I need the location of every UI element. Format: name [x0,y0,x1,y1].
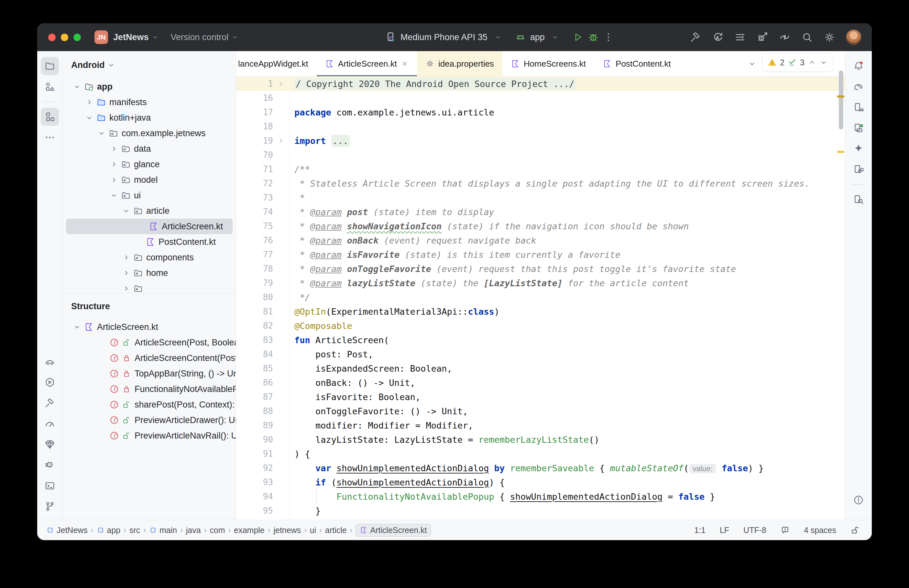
code-line-79[interactable]: 79 * @param lazyListState (state) the [L… [236,276,845,290]
breadcrumb-item-main[interactable]: main [149,526,177,535]
chevron-right-icon[interactable] [120,269,132,277]
filters-button[interactable] [734,31,746,43]
code-line-70[interactable]: 70 [236,148,845,162]
line-number[interactable]: 78 [236,264,273,274]
chevron-down-icon[interactable] [84,113,95,122]
tab-articlescreen-kt[interactable]: ArticleScreen.kt [317,51,417,76]
problems-icon[interactable] [849,491,868,509]
code-line-92[interactable]: 92 var showUnimplementedActionDialog by … [236,461,845,475]
code-line-74[interactable]: 74 * @param post (state) item to display [236,205,845,219]
chevron-right-icon[interactable] [108,145,120,153]
code-line-89[interactable]: 89 modifier: Modifier = Modifier, [236,418,845,433]
line-number[interactable]: 82 [236,321,273,331]
line-number[interactable]: 72 [236,179,273,188]
code-line-18[interactable]: 18 [236,120,845,134]
settings-button[interactable] [823,31,835,43]
tab-postcontent-kt[interactable]: PostContent.kt [594,51,679,76]
code-line-80[interactable]: 80 */ [236,290,845,304]
project-icon[interactable] [41,57,59,75]
breadcrumb-item-com[interactable]: com [210,526,225,535]
line-number[interactable]: 88 [236,406,273,416]
debug-button[interactable] [588,31,599,43]
structure-item[interactable]: fPreviewArticleDrawer(): Unit [63,412,236,428]
tree-item-glance[interactable]: glance [63,157,236,172]
sync-button[interactable] [712,31,723,43]
line-number[interactable]: 83 [236,335,273,345]
chevron-right-icon[interactable] [120,253,132,262]
breadcrumb-item-jetnews[interactable]: jetnews [273,526,301,535]
line-number[interactable]: 95 [236,506,273,515]
editor-scrollbar[interactable] [839,71,843,129]
zoom-window-button[interactable] [73,34,81,41]
tree-item-postcontent.kt[interactable]: PostContent.kt [63,234,236,250]
chevron-right-icon[interactable] [120,284,132,293]
tree-item-model[interactable]: model [63,172,236,187]
line-number[interactable]: 94 [236,492,273,501]
tree-item-com.example.jetnews[interactable]: com.example.jetnews [63,126,236,141]
code-line-71[interactable]: 71/** [236,162,845,176]
code-line-81[interactable]: 81@OptIn(ExperimentalMaterial3Api::class… [236,304,845,318]
line-number[interactable]: 71 [236,164,273,174]
line-number[interactable]: 85 [236,363,273,373]
code-line-73[interactable]: 73 * [236,191,845,205]
code-line-75[interactable]: 75 * @param showNavigationIcon (state) i… [236,219,845,233]
passed-count[interactable]: 3 [800,58,804,67]
breadcrumb-item-example[interactable]: example [234,526,265,535]
resource-manager-icon[interactable] [41,78,59,96]
code-line-91[interactable]: 91) { [236,447,845,461]
chevron-down-icon[interactable] [71,323,83,331]
gemini-icon[interactable] [849,140,868,158]
scrollbar-warning-mark[interactable] [837,95,844,98]
code-line-90[interactable]: 90 lazyListState: LazyListState = rememb… [236,433,845,447]
line-separator[interactable]: LF [720,526,729,535]
structure-item[interactable]: fArticleScreen(Post, Boolean, [63,335,236,350]
more-run-actions-button[interactable] [603,32,614,43]
tree-item-articlescreen.kt[interactable]: ArticleScreen.kt [66,219,232,234]
structure-item[interactable]: fPreviewArticleNavRail(): Unit [63,428,236,443]
breadcrumb-item-article[interactable]: article [325,526,347,535]
line-number[interactable]: 92 [236,463,273,473]
line-number[interactable]: 19 [236,136,273,145]
chevron-right-icon[interactable] [84,98,95,107]
code-line-95[interactable]: 95 } [236,504,845,518]
structure-header[interactable]: Structure [63,293,236,319]
device-manager-icon[interactable] [849,99,868,116]
tree-item-app[interactable]: app [63,79,236,94]
chevron-right-icon[interactable] [108,160,120,168]
line-number[interactable]: 90 [236,435,273,444]
tree-item-kotlin+java[interactable]: kotlin+java [63,110,236,126]
version-control-icon[interactable] [41,498,59,515]
structure-item[interactable]: fTopAppBar(String, () -> Unit, [63,366,236,381]
tab-lanceappwidget-kt[interactable]: lanceAppWidget.kt [236,51,317,76]
breadcrumb-item-app[interactable]: app [97,526,121,535]
structure-item[interactable]: fArticleScreenContent(Post, () [63,350,236,366]
code-line-84[interactable]: 84 post: Post, [236,347,845,361]
line-number[interactable]: 89 [236,420,273,430]
code-line-16[interactable]: 16 [236,91,845,105]
next-problem-button[interactable] [819,58,828,66]
project-chevron-icon[interactable] [152,33,159,41]
tree-item-manifests[interactable]: manifests [63,94,236,110]
line-number[interactable]: 1 [236,79,273,89]
device-mirroring-icon[interactable] [849,160,868,179]
breadcrumb-item-ui[interactable]: ui [310,526,316,535]
line-number[interactable]: 81 [236,307,273,316]
close-tab-icon[interactable] [401,60,408,68]
vcs-widget[interactable]: Version control [171,32,229,42]
project-view-header[interactable]: Android [63,51,236,79]
line-number[interactable]: 75 [236,221,273,231]
code-line-86[interactable]: 86 onBack: () -> Unit, [236,375,845,390]
line-number[interactable]: 87 [236,392,273,402]
code-line-1[interactable]: 1/ Copyright 2020 The Android Open Sourc… [236,77,845,91]
code-line-83[interactable]: 83fun ArticleScreen( [236,333,845,347]
profiler-icon[interactable] [41,373,59,391]
structure-item[interactable]: fsharePost(Post, Context): Un [63,397,236,412]
line-number[interactable]: 80 [236,292,273,302]
tree-item-article[interactable]: article [63,203,236,219]
line-number[interactable]: 70 [236,150,273,160]
chev-down-icon[interactable] [744,56,760,71]
code-line-76[interactable]: 76 * @param onBack (event) request navig… [236,233,845,247]
structure-item[interactable]: fFunctionalityNotAvailablePop [63,381,236,397]
chevron-down-icon[interactable] [120,207,132,215]
attach-debugger-button[interactable] [757,31,768,43]
